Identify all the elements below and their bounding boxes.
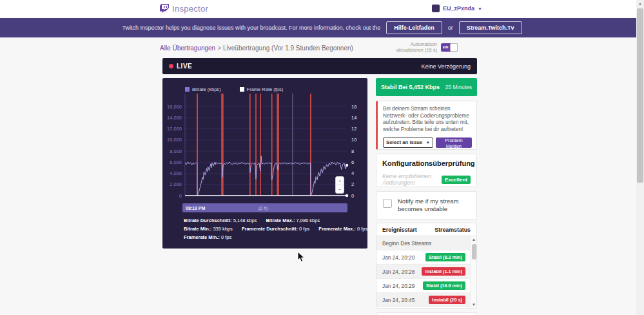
svg-text:2,000: 2,000 <box>170 181 182 187</box>
stat-item: Bitrate Min.: 335 kbps <box>184 226 233 232</box>
svg-text:16: 16 <box>351 104 356 110</box>
select-chevron-icon: ▼ <box>426 141 430 145</box>
page-scroll-up-icon[interactable]: ▲ <box>636 0 644 8</box>
legend-item: Frame Rate (fps) <box>240 86 284 92</box>
info-banner: Twitch Inspector helps you diagnose issu… <box>0 18 644 37</box>
app-logo[interactable]: Inspector <box>160 4 208 14</box>
breadcrumb-current: Liveübertragung (Vor 1.9 Stunden Begonne… <box>223 45 353 52</box>
twitch-glitch-icon <box>160 4 169 14</box>
svg-text:10,000: 10,000 <box>167 137 182 143</box>
events-scrollbar[interactable]: ▲ ▼ <box>470 236 476 308</box>
svg-text:4: 4 <box>351 170 354 176</box>
legend-swatch-icon <box>185 87 190 92</box>
event-row[interactable]: Jan 24, 20:20Stabil (8.2 min) <box>376 250 476 265</box>
next-card-partial <box>376 312 477 315</box>
event-row[interactable]: Jan 24, 20:45Instabil (20 s) <box>376 293 476 307</box>
page-scrollbar[interactable]: ▲ <box>636 0 644 315</box>
svg-text:16,000: 16,000 <box>167 104 182 110</box>
stat-item: Framerate Durchschnitt: 0 fps <box>242 226 309 232</box>
configuration-check-title: Konfigurationsüberprüfung <box>382 159 471 167</box>
configuration-check-card: Konfigurationsüberprüfung Keine empfohle… <box>376 154 477 187</box>
stat-item: Bitrate Durchschnitt: 5,148 kbps <box>184 218 257 223</box>
excellent-badge: Excellent <box>442 176 471 184</box>
stability-status-duration: 25 Minutes <box>445 84 472 90</box>
event-row[interactable]: Beginn Des Streams <box>376 236 476 250</box>
svg-text:0: 0 <box>179 193 182 199</box>
report-problem-button[interactable]: Problem Melden <box>436 137 472 148</box>
svg-text:8,000: 8,000 <box>170 148 182 154</box>
stability-status-banner: Stabil Bei 5,452 Kbps 25 Minutes <box>376 78 477 96</box>
user-menu[interactable]: EU_zPxnda ▼ <box>432 5 482 12</box>
events-scrollbar-thumb[interactable] <box>472 244 476 259</box>
event-row[interactable]: Jan 24, 20:46Stabil (10 s) <box>376 307 476 309</box>
issue-message: Bei deinem Stream scheinen Netzwerk- ode… <box>383 106 472 134</box>
stream-twitch-tv-button[interactable]: Stream.Twitch.Tv <box>459 21 522 34</box>
chart-legend: Bitrate (kbps)Frame Rate (fps) <box>185 86 283 92</box>
banner-separator: or <box>448 25 453 31</box>
auto-refresh-toggle[interactable]: EIN <box>441 43 458 52</box>
events-table-header: Ereignisstart Streamstatus <box>376 223 476 236</box>
event-time: Jan 24, 20:29 <box>382 283 415 289</box>
event-status-badge: Instabil (20 s) <box>429 296 465 304</box>
issue-select-value: Select an issue <box>386 139 422 145</box>
auto-refresh-control: Automatischaktualisieren (15 s) EIN <box>396 41 458 54</box>
event-status-badge: Stabil (16.6 min) <box>423 281 465 290</box>
svg-text:12,000: 12,000 <box>167 126 182 132</box>
legend-label: Frame Rate (fps) <box>247 86 284 92</box>
auto-refresh-label: Automatischaktualisieren (15 s) <box>396 41 437 54</box>
svg-text:2: 2 <box>351 181 354 187</box>
events-col-status: Streamstatus <box>434 227 471 233</box>
legend-item: Bitrate (kbps) <box>185 86 221 92</box>
chart-time-axis[interactable]: 08:19 PM (2 h) <box>182 203 347 212</box>
svg-text:14,000: 14,000 <box>167 115 182 121</box>
user-avatar-icon <box>432 5 440 12</box>
event-time: Jan 24, 20:45 <box>382 297 415 303</box>
event-time: Jan 24, 20:28 <box>382 269 415 275</box>
zoom-in-button[interactable]: + <box>336 177 344 185</box>
svg-text:4,000: 4,000 <box>170 170 182 176</box>
svg-text:10: 10 <box>351 137 356 143</box>
svg-text:6: 6 <box>351 159 354 165</box>
chevron-down-icon: ▼ <box>478 6 482 11</box>
app-title: Inspector <box>172 4 208 14</box>
issue-select[interactable]: Select an issue ▼ <box>383 137 433 148</box>
zoom-out-button[interactable]: − <box>336 185 344 193</box>
event-status-badge: Stabil (8.2 min) <box>425 253 465 261</box>
legend-swatch-icon <box>240 87 244 92</box>
svg-text:14: 14 <box>351 115 356 121</box>
time-axis-start: 08:19 PM <box>186 206 205 210</box>
stability-status-title: Stabil Bei 5,452 Kbps <box>381 84 440 90</box>
bitrate-chart-panel: Bitrate (kbps)Frame Rate (fps) 16,000161… <box>162 78 367 249</box>
svg-text:12: 12 <box>351 126 356 132</box>
live-status-bar: LIVE Keine Verzögerung <box>162 58 477 74</box>
notify-checkbox[interactable] <box>383 199 392 208</box>
toggle-knob <box>450 43 458 52</box>
notify-card: Notify me if my stream becomes unstable <box>376 191 477 219</box>
scroll-down-icon[interactable]: ▼ <box>471 301 477 308</box>
scroll-up-icon[interactable]: ▲ <box>471 236 477 243</box>
events-table-body: Beginn Des StreamsJan 24, 20:20Stabil (8… <box>376 236 476 309</box>
issue-report-card: Bei deinem Stream scheinen Netzwerk- ode… <box>376 101 477 150</box>
stream-stats: Bitrate Durchschnitt: 5,148 kbpsBitrate … <box>184 218 364 243</box>
username: EU_zPxnda <box>443 5 474 12</box>
header: Inspector EU_zPxnda ▼ <box>0 0 644 18</box>
breadcrumb-all-broadcasts-link[interactable]: Alle Übertragungen <box>160 45 215 52</box>
breadcrumb: Alle Übertragungen>Liveübertragung (Vor … <box>160 41 477 54</box>
toggle-on-label: EIN <box>443 45 448 49</box>
svg-text:6,000: 6,000 <box>170 159 182 165</box>
time-axis-window: (2 h) <box>259 206 268 210</box>
stat-item: Framerate Max.: 0 fps <box>318 226 367 232</box>
events-col-time: Ereignisstart <box>382 227 417 233</box>
svg-text:0: 0 <box>351 193 354 199</box>
event-time: Beginn Des Streams <box>382 240 431 247</box>
configuration-check-message: Keine empfohlenen Änderungen! <box>382 173 438 186</box>
page-scrollbar-thumb[interactable] <box>637 8 643 183</box>
event-row[interactable]: Jan 24, 20:28Instabil (1.1 min) <box>376 265 476 279</box>
event-row[interactable]: Jan 24, 20:29Stabil (16.6 min) <box>376 279 476 293</box>
events-table-card: Ereignisstart Streamstatus Beginn Des St… <box>376 223 477 309</box>
live-label: LIVE <box>177 63 192 70</box>
info-banner-message: Twitch Inspector helps you diagnose issu… <box>122 25 380 31</box>
chart-zoom-control: + − <box>335 176 344 194</box>
breadcrumb-separator: > <box>217 45 221 52</box>
help-guide-button[interactable]: Hilfe-Leitfaden <box>386 21 442 34</box>
